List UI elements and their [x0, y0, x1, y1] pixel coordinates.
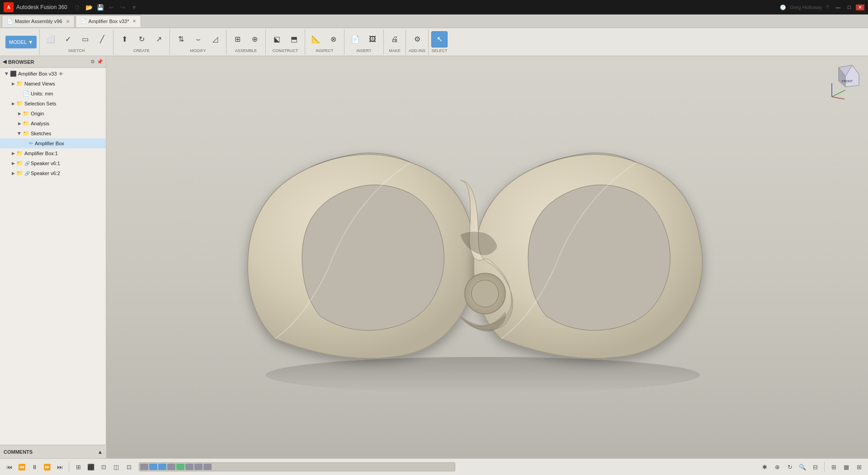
- tree-item-origin[interactable]: ▶ 📁 Origin: [0, 109, 106, 119]
- view-cube[interactable]: FRONT: [827, 61, 863, 97]
- viewport[interactable]: FRONT: [106, 56, 868, 458]
- display-mode-3[interactable]: ⊞: [854, 461, 864, 472]
- step-back-button[interactable]: ⏪: [16, 461, 27, 472]
- tree-arrow-named-views[interactable]: ▶: [10, 81, 16, 86]
- titlebar-right: 🕐 Greg Holloway ? — □ ✕: [780, 5, 864, 10]
- new-component-button[interactable]: ⊞: [229, 31, 245, 48]
- offset-plane-button[interactable]: ⬕: [269, 31, 285, 48]
- zoom-button[interactable]: ↻: [784, 461, 795, 472]
- comments-expand-icon[interactable]: ▲: [98, 449, 103, 455]
- tree-arrow-selection-sets[interactable]: ▶: [10, 101, 16, 106]
- 3dprint-button[interactable]: 🖨: [387, 31, 403, 48]
- go-to-start-button[interactable]: ⏮: [4, 461, 14, 472]
- clock-icon[interactable]: 🕐: [780, 5, 786, 10]
- go-to-end-button[interactable]: ⏭: [54, 461, 65, 472]
- tree-label-ab1: Amplifier Box:1: [24, 151, 58, 156]
- line-button[interactable]: ╱: [94, 31, 110, 48]
- marker-type-2[interactable]: ⬛: [85, 461, 96, 472]
- tree-arrow-spk1[interactable]: ▶: [10, 161, 16, 166]
- tree-arrow-ab1[interactable]: ▶: [10, 151, 16, 156]
- tree-item-units[interactable]: 📄 Units: mm: [0, 89, 106, 99]
- minimize-button[interactable]: —: [833, 5, 843, 10]
- zoom-selected-button[interactable]: ⊟: [810, 461, 821, 472]
- help-icon[interactable]: ?: [826, 5, 829, 10]
- tree-arrow-root[interactable]: ▶: [5, 71, 9, 77]
- timeline-marker-6: [185, 464, 193, 470]
- scripts-button[interactable]: ⚙: [409, 31, 425, 48]
- browser-pin-icon[interactable]: 📌: [97, 59, 103, 65]
- fillet-button[interactable]: ⌣: [190, 31, 206, 48]
- create-group: ⬆ ↻ ↗ CREATE: [113, 29, 170, 55]
- tree-arrow-origin[interactable]: ▶: [16, 111, 23, 116]
- revolve-button[interactable]: ↻: [133, 31, 150, 48]
- tab-master-close[interactable]: ✕: [66, 19, 70, 24]
- tree-arrow-sketches[interactable]: ▶: [17, 130, 22, 137]
- measure-button[interactable]: 📐: [308, 31, 324, 48]
- separator-1: [69, 461, 69, 472]
- assemble-group: ⊞ ⊕ ASSEMBLE: [226, 29, 266, 55]
- interference-button[interactable]: ⊗: [325, 31, 341, 48]
- titlebar: A Autodesk Fusion 360 🗋 📂 💾 ↩ ↪ ▼ 🕐 Greg…: [0, 0, 868, 14]
- timeline-track[interactable]: [139, 462, 455, 471]
- select-button[interactable]: ↖: [431, 31, 448, 48]
- tree-icon-sketches: 📁: [23, 130, 29, 137]
- orbit-button[interactable]: ✱: [759, 461, 770, 472]
- display-mode-1[interactable]: ⊞: [828, 461, 839, 472]
- tree-arrow-spk2[interactable]: ▶: [10, 171, 16, 176]
- marker-type-3[interactable]: ⊡: [98, 461, 109, 472]
- customize-button[interactable]: ▼: [129, 2, 139, 12]
- tree-item-selection-sets[interactable]: ▶ 📁 Selection Sets: [0, 99, 106, 109]
- open-button[interactable]: 📂: [84, 2, 94, 12]
- marker-type-5[interactable]: ⊡: [123, 461, 134, 472]
- maximize-button[interactable]: □: [845, 5, 853, 10]
- insert-svg-button[interactable]: 📄: [347, 31, 363, 48]
- user-name[interactable]: Greg Holloway: [790, 5, 822, 10]
- new-button[interactable]: 🗋: [73, 2, 83, 12]
- tree-item-sketches[interactable]: ▶ 📁 Sketches: [0, 128, 106, 138]
- inspect-label: INSPECT: [316, 48, 334, 53]
- rect-button[interactable]: ▭: [77, 31, 93, 48]
- model-button[interactable]: MODEL ▼: [5, 36, 37, 48]
- tree-item-speaker-v62[interactable]: ▶ 📁 🔗 Speaker v6:2: [0, 168, 106, 178]
- tree-item-root[interactable]: ▶ ⬛ Amplifier Box v33 👁: [0, 69, 106, 79]
- save-button[interactable]: 💾: [95, 2, 105, 12]
- tree-item-analysis[interactable]: ▶ 📁 Analysis: [0, 119, 106, 128]
- tree-arrow-analysis[interactable]: ▶: [16, 121, 23, 126]
- tree-item-ab1[interactable]: ▶ 📁 Amplifier Box:1: [0, 148, 106, 158]
- undo-button[interactable]: ↩: [107, 2, 117, 12]
- offset-plane-icon: ⬕: [274, 36, 280, 43]
- timeline-marker-7: [194, 464, 203, 470]
- tree-item-named-views[interactable]: ▶ 📁 Named Views: [0, 79, 106, 89]
- press-pull-icon: ⇅: [178, 36, 184, 43]
- pan-button[interactable]: ⊕: [772, 461, 783, 472]
- browser-settings-icon[interactable]: ⚙: [90, 59, 95, 65]
- tab-amplifier-close[interactable]: ✕: [132, 19, 136, 24]
- floor-shadow: [266, 357, 700, 393]
- tree-eye-root[interactable]: 👁: [59, 71, 63, 76]
- tab-amplifier-box[interactable]: 📄 Amplifier Box v33* ✕: [75, 15, 142, 27]
- insert-image-button[interactable]: 🖼: [364, 31, 381, 48]
- construct-label: CONSTRUCT: [273, 48, 298, 53]
- midplane-button[interactable]: ⬒: [286, 31, 302, 48]
- display-mode-2[interactable]: ▦: [841, 461, 852, 472]
- chamfer-button[interactable]: ◿: [207, 31, 223, 48]
- press-pull-button[interactable]: ⇅: [173, 31, 189, 48]
- step-forward-button[interactable]: ⏩: [42, 461, 52, 472]
- close-button[interactable]: ✕: [856, 5, 864, 10]
- marker-type-1[interactable]: ⊞: [73, 461, 84, 472]
- play-pause-button[interactable]: ⏸: [29, 461, 40, 472]
- marker-type-4[interactable]: ◫: [111, 461, 122, 472]
- tree-item-speaker-v61[interactable]: ▶ 📁 🔗 Speaker v6:1: [0, 158, 106, 168]
- extrude-button[interactable]: ⬆: [116, 31, 132, 48]
- create-sketch-button[interactable]: ⬜: [42, 31, 59, 48]
- comments-bar[interactable]: COMMENTS ▲: [0, 445, 106, 458]
- joint-button[interactable]: ⊕: [246, 31, 263, 48]
- fit-view-button[interactable]: 🔍: [797, 461, 808, 472]
- panel-collapse-arrow[interactable]: ◀: [3, 59, 6, 65]
- make-group: 🖨 MAKE: [384, 29, 406, 55]
- tree-item-amplifier-box-sketch[interactable]: ✏ Amplifier Box: [0, 138, 106, 148]
- redo-button[interactable]: ↪: [118, 2, 128, 12]
- sweep-button[interactable]: ↗: [151, 31, 167, 48]
- finish-sketch-button[interactable]: ✓: [60, 31, 76, 48]
- tab-master-assembly[interactable]: 📄 Master Assembly v96 ✕: [2, 15, 75, 27]
